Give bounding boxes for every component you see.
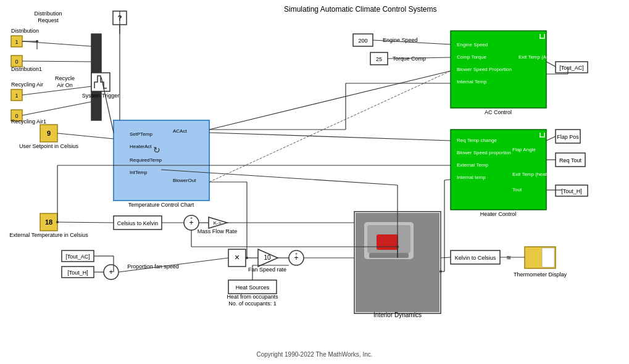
svg-text:Thermometer Display: Thermometer Display: [514, 271, 567, 278]
svg-text:Air On: Air On: [57, 82, 73, 88]
svg-rect-74: [542, 248, 554, 267]
svg-text:×: ×: [235, 252, 240, 262]
svg-text:IntTemp: IntTemp: [130, 170, 148, 175]
svg-text:System Trigger: System Trigger: [82, 93, 120, 99]
svg-text:Proportion fan speed: Proportion fan speed: [127, 263, 179, 270]
svg-text:Flap Pos: Flap Pos: [557, 134, 579, 140]
svg-text:[Tout_AC]: [Tout_AC]: [559, 65, 584, 71]
svg-text:Recycling Air1: Recycling Air1: [11, 118, 46, 125]
svg-text:BlowerOut: BlowerOut: [173, 178, 196, 183]
svg-text:Interior Dynamics: Interior Dynamics: [373, 312, 422, 318]
svg-text:Recycling Air: Recycling Air: [11, 81, 43, 88]
svg-text:Distribution1: Distribution1: [11, 66, 42, 72]
svg-text:0: 0: [15, 59, 18, 65]
svg-text:Tout: Tout: [512, 187, 522, 192]
svg-text:Blower Speed proportion: Blower Speed proportion: [457, 150, 511, 155]
svg-point-143: [56, 221, 59, 223]
svg-text:HeaterAct: HeaterAct: [130, 144, 152, 149]
svg-text:Fan Speed rate: Fan Speed rate: [248, 267, 286, 273]
svg-text:Exit Temp (AC): Exit Temp (AC): [519, 54, 552, 60]
svg-text:Distribution: Distribution: [11, 28, 39, 34]
svg-text:9: 9: [47, 130, 51, 137]
svg-line-132: [546, 62, 556, 67]
svg-line-155: [444, 180, 451, 180]
svg-text:SetPTemp: SetPTemp: [130, 131, 152, 137]
svg-text:RequiredTemp: RequiredTemp: [130, 157, 162, 163]
svg-line-134: [209, 71, 451, 130]
svg-text:External Temp: External Temp: [457, 162, 489, 168]
svg-point-138: [246, 257, 248, 259]
svg-text:ACAct: ACAct: [173, 128, 187, 134]
svg-text:Internal temp: Internal temp: [457, 175, 486, 180]
svg-line-151: [546, 136, 556, 141]
svg-line-114: [57, 133, 114, 139]
svg-text:+: +: [109, 268, 113, 276]
svg-text:Engine Speed: Engine Speed: [457, 42, 488, 48]
svg-text:Distribution: Distribution: [34, 10, 62, 17]
svg-point-150: [396, 246, 399, 248]
svg-text:K->: K->: [214, 220, 222, 226]
svg-text:Req Temp change: Req Temp change: [457, 138, 497, 143]
svg-text:1: 1: [15, 93, 18, 99]
svg-text:Comp Torque: Comp Torque: [457, 54, 486, 60]
svg-text:Recycle: Recycle: [55, 75, 75, 81]
svg-text:Req Tout: Req Tout: [559, 157, 581, 163]
svg-text:[Tout_H]: [Tout_H]: [561, 188, 582, 194]
svg-text:Celsius to Kelvin: Celsius to Kelvin: [117, 220, 159, 226]
svg-line-115: [57, 222, 114, 223]
svg-text:1: 1: [15, 39, 18, 45]
svg-line-112: [22, 102, 91, 115]
svg-point-156: [439, 270, 442, 273]
svg-text:Temperature Control Chart: Temperature Control Chart: [128, 202, 194, 208]
svg-line-109: [22, 41, 91, 46]
svg-text:Blower Speed Proportion: Blower Speed Proportion: [457, 67, 512, 72]
svg-text:Request: Request: [38, 17, 59, 23]
svg-text:Mass Flow Rate: Mass Flow Rate: [198, 228, 238, 234]
svg-text:25: 25: [376, 56, 382, 62]
svg-text:Exit Temp (heater): Exit Temp (heater): [512, 172, 553, 177]
svg-text:Internal Temp: Internal Temp: [457, 79, 487, 85]
svg-text:Flap Angle: Flap Angle: [512, 147, 536, 152]
svg-text:18: 18: [45, 218, 52, 226]
svg-text:200: 200: [358, 38, 367, 44]
svg-text:External Temperature in Celsiu: External Temperature in Celsius: [9, 232, 88, 238]
svg-text:↻: ↻: [153, 145, 160, 155]
svg-text:10: 10: [264, 254, 271, 261]
svg-text:Heat from occupants: Heat from occupants: [227, 294, 278, 300]
svg-rect-67: [369, 253, 409, 258]
svg-line-110: [22, 61, 91, 62]
svg-text:No. of occupants: 1: No. of occupants: 1: [228, 300, 277, 307]
svg-text:User Setpoint in Celsius: User Setpoint in Celsius: [19, 143, 79, 149]
svg-text:[Tout_H]: [Tout_H]: [67, 270, 88, 276]
diagram-svg: ? 1 Distribution 0 Distribution1 1 Recyc…: [0, 0, 629, 364]
svg-text:Heat Sources: Heat Sources: [236, 284, 270, 291]
svg-line-128: [441, 257, 451, 258]
svg-text:+: +: [295, 252, 298, 256]
svg-text:AC Control: AC Control: [485, 109, 512, 115]
svg-text:Heater Control: Heater Control: [480, 211, 517, 217]
canvas: Simulating Automatic Climate Control Sys…: [0, 0, 629, 364]
svg-text:Kelvin to Celsius: Kelvin to Celsius: [455, 255, 496, 261]
svg-text:+: +: [190, 216, 193, 220]
svg-line-135: [209, 133, 451, 141]
svg-text:[Tout_AC]: [Tout_AC]: [65, 254, 90, 260]
svg-rect-68: [377, 234, 398, 250]
